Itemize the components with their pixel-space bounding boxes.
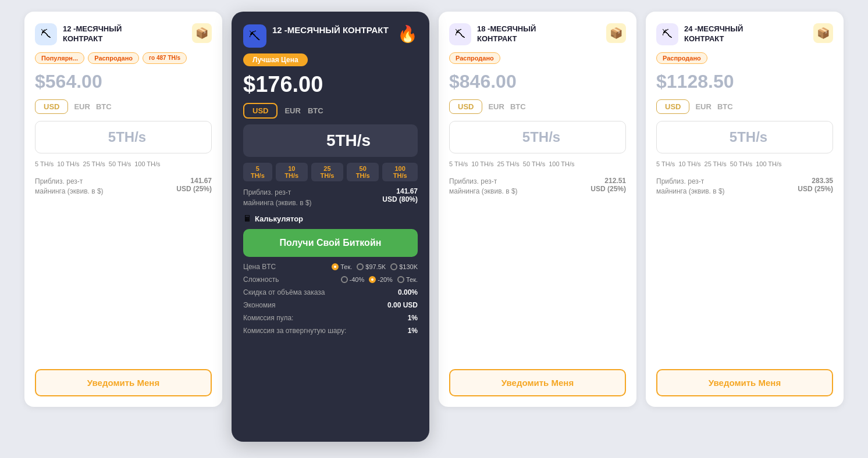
btc-option-current[interactable]: Тек. xyxy=(332,263,352,270)
savings-label: Экономия xyxy=(243,301,275,309)
quick-100ths[interactable]: 100 TH/s xyxy=(756,160,781,167)
get-bitcoin-button[interactable]: Получи Свой Биткойн xyxy=(243,229,418,257)
featured-currency-btc[interactable]: BTC xyxy=(308,106,323,115)
price: $1128.50 xyxy=(656,71,833,92)
featured-quick-25ths[interactable]: 25 TH/s xyxy=(311,163,343,181)
featured-mining-result: Приблиз. рез-тмайнинга (эквив. в $) 141.… xyxy=(243,187,418,208)
quick-ths: 5 TH/s 10 TH/s 25 TH/s 50 TH/s 100 TH/s xyxy=(35,160,212,167)
discount-label: Скидка от объёма заказа xyxy=(243,288,325,296)
diff-option-minus40[interactable]: -40% xyxy=(341,276,365,283)
ths-input-row: ▲ ▼ xyxy=(449,121,626,153)
featured-mining-label: Приблиз. рез-тмайнинга (эквив. в $) xyxy=(243,187,312,208)
card-header: ⛏ 18 -МЕСЯЧНЫЙ КОНТРАКТ 📦 xyxy=(449,23,626,45)
price: $564.00 xyxy=(35,71,212,92)
badges: Популярн... Распродано го 487 TH/s xyxy=(35,52,212,64)
currency-eur[interactable]: EUR xyxy=(488,102,504,111)
radio-dot-97k xyxy=(357,263,364,270)
featured-title: 12 -МЕСЯЧНЫЙ КОНТРАКТ xyxy=(272,24,397,36)
card-header-left: ⛏ 24 -МЕСЯЧНЫЙ КОНТРАКТ xyxy=(656,23,777,45)
mining-icon: ⛏ xyxy=(449,23,471,45)
mining-value: 212.51USD (25%) xyxy=(590,177,626,193)
mining-value: 141.67USD (25%) xyxy=(176,177,212,193)
quick-25ths[interactable]: 25 TH/s xyxy=(497,160,520,167)
pool-fee-label: Комиссия пула: xyxy=(243,314,293,322)
btc-radio-group: Тек. $97.5K $130K xyxy=(332,263,418,270)
featured-header: ⛏ 12 -МЕСЯЧНЫЙ КОНТРАКТ 🔥 xyxy=(243,24,418,48)
card-featured: ⛏ 12 -МЕСЯЧНЫЙ КОНТРАКТ 🔥 Лучшая Цена $1… xyxy=(232,12,429,442)
currency-btc[interactable]: BTC xyxy=(510,102,526,111)
badge-sold: Распродано xyxy=(88,52,139,64)
contract-title: 18 -МЕСЯЧНЫЙ КОНТРАКТ xyxy=(477,24,570,44)
notify-button[interactable]: Уведомить Меня xyxy=(35,369,212,396)
currency-row: USD EUR BTC xyxy=(656,99,833,114)
contract-title: 12 -МЕСЯЧНЫЙ КОНТРАКТ xyxy=(63,24,156,44)
featured-quick-50ths[interactable]: 50 TH/s xyxy=(347,163,379,181)
card-header-left: ⛏ 12 -МЕСЯЧНЫЙ КОНТРАКТ xyxy=(35,23,156,45)
best-price-badge: Лучшая Цена xyxy=(243,53,308,66)
btc-option-130k[interactable]: $130K xyxy=(390,263,418,270)
diff-option-minus20[interactable]: -20% xyxy=(369,276,393,283)
ths-input-row: ▲ ▼ xyxy=(35,121,212,153)
featured-quick-5ths[interactable]: 5 TH/s xyxy=(243,163,272,181)
contract-title: 24 -МЕСЯЧНЫЙ КОНТРАКТ xyxy=(684,24,777,44)
calc-section: Цена BTC Тек. $97.5K $130K xyxy=(243,263,418,335)
mining-result: Приблиз. рез-тмайнинга (эквив. в $) 141.… xyxy=(35,177,212,196)
badge-sold: Распродано xyxy=(449,52,500,64)
notify-button[interactable]: Уведомить Меня xyxy=(449,369,626,396)
quick-100ths[interactable]: 100 TH/s xyxy=(549,160,574,167)
quick-5ths[interactable]: 5 TH/s xyxy=(35,160,54,167)
currency-eur[interactable]: EUR xyxy=(74,102,90,111)
ths-input[interactable] xyxy=(35,123,212,151)
featured-currency-usd[interactable]: USD xyxy=(243,103,278,119)
featured-mining-value: 141.67USD (80%) xyxy=(382,187,418,203)
featured-currency-eur[interactable]: EUR xyxy=(284,106,300,115)
mining-result: Приблиз. рез-тмайнинга (эквив. в $) 283.… xyxy=(656,177,833,196)
discount-value: 0.00% xyxy=(398,288,418,296)
quick-50ths[interactable]: 50 TH/s xyxy=(109,160,131,167)
featured-quick-100ths[interactable]: 100 TH/s xyxy=(382,163,418,181)
savings-row: Экономия 0.00 USD xyxy=(243,301,418,309)
quick-5ths[interactable]: 5 TH/s xyxy=(656,160,675,167)
currency-usd[interactable]: USD xyxy=(656,99,689,114)
notify-button[interactable]: Уведомить Меня xyxy=(656,369,833,396)
quick-10ths[interactable]: 10 TH/s xyxy=(678,160,700,167)
btc-price-label: Цена BTC xyxy=(243,263,276,271)
rejected-fee-label: Комиссия за отвергнутую шару: xyxy=(243,327,346,335)
quick-ths: 5 TH/s 10 TH/s 25 TH/s 50 TH/s 100 TH/s xyxy=(449,160,626,167)
card-header-left: ⛏ 18 -МЕСЯЧНЫЙ КОНТРАКТ xyxy=(449,23,570,45)
quick-100ths[interactable]: 100 TH/s xyxy=(134,160,160,167)
quick-25ths[interactable]: 25 TH/s xyxy=(83,160,105,167)
mining-label: Приблиз. рез-тмайнинга (эквив. в $) xyxy=(656,177,725,196)
quick-50ths[interactable]: 50 TH/s xyxy=(730,160,752,167)
price: $846.00 xyxy=(449,71,626,92)
ths-input-row: ▲ ▼ xyxy=(656,121,833,153)
currency-row: USD EUR BTC xyxy=(449,99,626,114)
mining-icon: ⛏ xyxy=(35,23,57,45)
rejected-fee-value: 1% xyxy=(408,327,418,335)
quick-50ths[interactable]: 50 TH/s xyxy=(523,160,545,167)
calculator-row: 🖩 Калькулятор xyxy=(243,214,418,223)
diff-option-current[interactable]: Тек. xyxy=(397,276,418,283)
quick-5ths[interactable]: 5 TH/s xyxy=(449,160,468,167)
radio-dot-130k xyxy=(390,263,397,270)
currency-usd[interactable]: USD xyxy=(449,99,482,114)
currency-usd[interactable]: USD xyxy=(35,99,68,114)
card-12m-left: ⛏ 12 -МЕСЯЧНЫЙ КОНТРАКТ 📦 Популярн... Ра… xyxy=(24,12,222,407)
ths-input[interactable] xyxy=(657,123,833,151)
ths-input[interactable] xyxy=(450,123,626,151)
difficulty-row: Сложность -40% -20% Тек. xyxy=(243,275,418,284)
currency-eur[interactable]: EUR xyxy=(695,102,711,111)
quick-25ths[interactable]: 25 TH/s xyxy=(705,160,727,167)
currency-btc[interactable]: BTC xyxy=(717,102,733,111)
card-18m: ⛏ 18 -МЕСЯЧНЫЙ КОНТРАКТ 📦 Распродано $84… xyxy=(439,12,636,407)
featured-ths-input[interactable] xyxy=(243,126,418,156)
currency-btc[interactable]: BTC xyxy=(96,102,112,111)
quick-10ths[interactable]: 10 TH/s xyxy=(471,160,493,167)
featured-quick-10ths[interactable]: 10 TH/s xyxy=(276,163,308,181)
featured-mining-icon: ⛏ xyxy=(243,24,266,48)
btc-option-97k[interactable]: $97.5K xyxy=(357,263,386,270)
package-icon: 📦 xyxy=(606,23,626,43)
pool-fee-value: 1% xyxy=(408,314,418,322)
package-icon: 📦 xyxy=(813,23,833,43)
quick-10ths[interactable]: 10 TH/s xyxy=(57,160,79,167)
